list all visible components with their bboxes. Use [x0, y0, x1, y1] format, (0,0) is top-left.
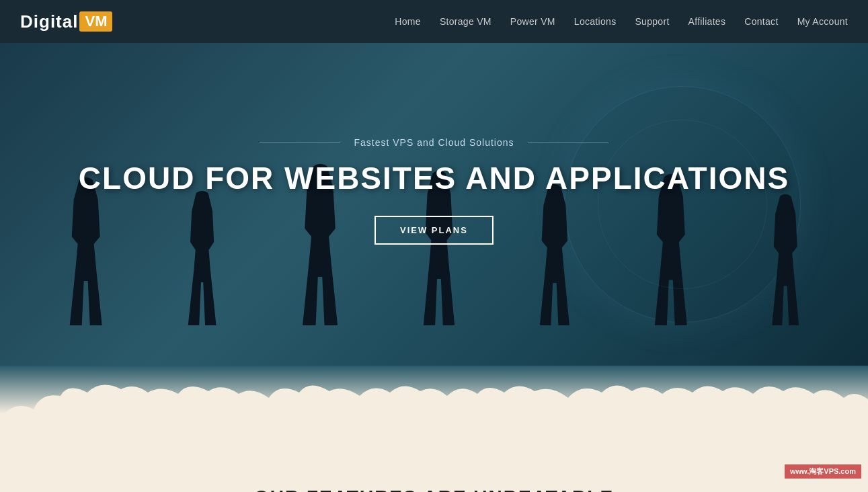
logo-vm-badge: VM — [79, 11, 112, 32]
nav-storage-vm[interactable]: Storage VM — [440, 16, 491, 27]
nav-affiliates[interactable]: Affiliates — [688, 16, 726, 27]
cloud-svg — [0, 379, 868, 446]
site-header: Digital VM HomeStorage VMPower VMLocatio… — [0, 0, 868, 43]
nav-my-account[interactable]: My Account — [797, 16, 848, 27]
nav-support[interactable]: Support — [635, 16, 669, 27]
hero-content: Fastest VPS and Cloud Solutions CLOUD FO… — [79, 137, 789, 245]
hero-title: CLOUD FOR WEBSITES AND APPLICATIONS — [79, 161, 789, 196]
nav-contact[interactable]: Contact — [744, 16, 778, 27]
nav-locations[interactable]: Locations — [574, 16, 617, 27]
main-nav: HomeStorage VMPower VMLocationsSupportAf… — [395, 16, 848, 27]
features-section: OUR FEATURES ARE UNBEATABLE The fastest … — [0, 446, 868, 492]
view-plans-button[interactable]: VIEW PLANS — [374, 216, 494, 245]
hero-section: Fastest VPS and Cloud Solutions CLOUD FO… — [0, 43, 868, 366]
hero-subtitle: Fastest VPS and Cloud Solutions — [260, 137, 608, 148]
logo[interactable]: Digital VM — [20, 11, 112, 32]
nav-home[interactable]: Home — [395, 16, 421, 27]
features-title: OUR FEATURES ARE UNBEATABLE — [27, 487, 841, 492]
cloud-layer — [0, 379, 868, 446]
logo-text: Digital — [20, 11, 78, 32]
cloud-divider — [0, 366, 868, 446]
nav-power-vm[interactable]: Power VM — [510, 16, 555, 27]
